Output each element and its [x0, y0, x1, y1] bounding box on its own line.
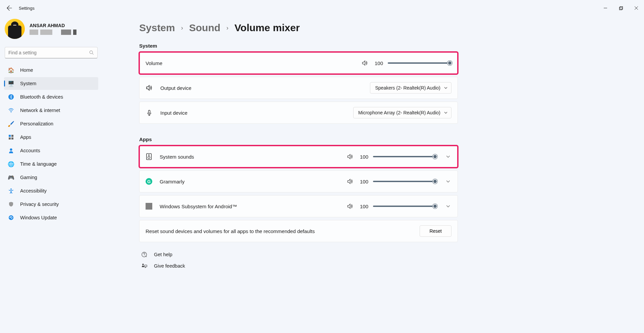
- output-device-dropdown[interactable]: Speakers (2- Realtek(R) Audio): [370, 82, 451, 94]
- app-label: Grammarly: [160, 179, 347, 184]
- accessibility-icon: [8, 188, 14, 194]
- close-button[interactable]: [629, 3, 644, 13]
- app-wsa-card: Windows Subsystem for Android™ 100: [139, 195, 458, 217]
- wifi-icon: [8, 107, 14, 113]
- app-volume-value: 100: [358, 154, 368, 160]
- nav-label: Network & internet: [20, 108, 60, 113]
- chevron-down-icon[interactable]: [445, 179, 451, 184]
- input-device-dropdown[interactable]: Microphone Array (2- Realtek(R) Audio): [353, 107, 451, 118]
- volume-card: Volume 100: [139, 52, 458, 74]
- slider-thumb[interactable]: [433, 154, 437, 159]
- svg-point-17: [148, 157, 150, 159]
- apps-icon: [8, 134, 14, 140]
- slider-thumb[interactable]: [433, 204, 437, 209]
- get-help-link[interactable]: Get help: [139, 252, 458, 258]
- device-speaker-icon: [146, 153, 152, 160]
- volume-slider[interactable]: [388, 62, 451, 64]
- app-label: System sounds: [160, 154, 347, 160]
- nav-gaming[interactable]: 🎮Gaming: [4, 171, 98, 184]
- nav-label: Gaming: [20, 175, 37, 180]
- feedback-label: Give feedback: [154, 263, 185, 269]
- app-volume-value: 100: [358, 204, 368, 209]
- app-volume-value: 100: [358, 179, 368, 184]
- svg-line-4: [92, 53, 94, 55]
- user-block[interactable]: ANSAR AHMAD: [4, 16, 98, 47]
- microphone-icon: [146, 109, 153, 116]
- svg-point-16: [149, 155, 150, 156]
- reset-label: Reset sound devices and volumes for all …: [146, 228, 420, 234]
- nav-system[interactable]: 🖥️System: [4, 77, 98, 90]
- nav-label: Time & language: [20, 161, 57, 167]
- volume-label: Volume: [146, 60, 362, 66]
- volume-value: 100: [373, 60, 383, 66]
- back-button[interactable]: [5, 4, 13, 12]
- maximize-button[interactable]: [613, 3, 629, 13]
- give-feedback-link[interactable]: Give feedback: [139, 263, 458, 269]
- speaker-icon: [146, 84, 153, 92]
- page-title: Volume mixer: [234, 22, 300, 34]
- nav-label: Home: [20, 67, 33, 73]
- app-label: Windows Subsystem for Android™: [160, 204, 347, 209]
- gamepad-icon: 🎮: [8, 174, 14, 180]
- user-email-redacted: [30, 30, 76, 35]
- arrow-left-icon: [7, 5, 12, 11]
- input-device-card: Input device Microphone Array (2- Realte…: [139, 102, 458, 124]
- chevron-right-icon: ›: [181, 24, 183, 32]
- svg-point-19: [144, 256, 144, 256]
- reset-button[interactable]: Reset: [420, 225, 451, 237]
- nav-apps[interactable]: Apps: [4, 131, 98, 144]
- speaker-icon[interactable]: [347, 153, 354, 160]
- nav-label: Bluetooth & devices: [20, 94, 63, 100]
- user-name: ANSAR AHMAD: [30, 23, 76, 28]
- section-apps-label: Apps: [139, 136, 458, 142]
- nav-update[interactable]: Windows Update: [4, 211, 98, 224]
- breadcrumb-sound[interactable]: Sound: [189, 22, 220, 34]
- svg-rect-8: [11, 135, 13, 137]
- app-volume-slider[interactable]: [373, 156, 437, 157]
- chevron-down-icon[interactable]: [445, 204, 451, 209]
- globe-clock-icon: 🌐: [8, 161, 14, 167]
- nav-label: Accessibility: [20, 188, 47, 193]
- app-grammarly-card: G Grammarly 100: [139, 170, 458, 192]
- svg-rect-14: [149, 110, 150, 113]
- app-volume-slider[interactable]: [373, 181, 437, 182]
- search-field[interactable]: [8, 50, 89, 55]
- nav-accounts[interactable]: Accounts: [4, 144, 98, 157]
- svg-point-11: [10, 149, 12, 151]
- chevron-down-icon: [444, 86, 448, 90]
- input-selected: Microphone Array (2- Realtek(R) Audio): [358, 110, 440, 115]
- titlebar: Settings: [0, 0, 644, 16]
- wsa-icon: [146, 203, 152, 210]
- nav-privacy[interactable]: Privacy & security: [4, 198, 98, 211]
- search-icon: [89, 50, 94, 55]
- nav-label: Personalization: [20, 121, 53, 126]
- nav-network[interactable]: Network & internet: [4, 104, 98, 117]
- svg-point-20: [142, 264, 144, 265]
- output-device-card: Output device Speakers (2- Realtek(R) Au…: [139, 77, 458, 99]
- speaker-icon[interactable]: [347, 178, 354, 185]
- breadcrumb-system[interactable]: System: [139, 22, 175, 34]
- speaker-icon[interactable]: [347, 203, 354, 210]
- nav-home[interactable]: 🏠Home: [4, 64, 98, 76]
- app-volume-slider[interactable]: [373, 206, 437, 207]
- section-system-label: System: [139, 43, 458, 49]
- help-label: Get help: [154, 252, 172, 257]
- nav-label: Privacy & security: [20, 202, 59, 207]
- nav-accessibility[interactable]: Accessibility: [4, 184, 98, 197]
- speaker-icon[interactable]: [362, 59, 368, 67]
- sidebar: ANSAR AHMAD 🏠Home 🖥️System Bluetooth & d…: [0, 16, 102, 333]
- slider-thumb[interactable]: [433, 179, 437, 184]
- nav-personalization[interactable]: 🖌️Personalization: [4, 117, 98, 130]
- nav-bluetooth[interactable]: Bluetooth & devices: [4, 91, 98, 103]
- nav-time[interactable]: 🌐Time & language: [4, 158, 98, 170]
- app-system-sounds-card: System sounds 100: [139, 146, 458, 168]
- slider-thumb[interactable]: [447, 61, 452, 65]
- svg-rect-7: [9, 135, 11, 137]
- reset-card: Reset sound devices and volumes for all …: [139, 220, 458, 242]
- chevron-right-icon: ›: [226, 24, 228, 32]
- help-icon: [141, 252, 147, 258]
- nav-label: Apps: [20, 134, 31, 140]
- search-input[interactable]: [5, 47, 98, 58]
- chevron-down-icon[interactable]: [445, 154, 451, 159]
- minimize-button[interactable]: [598, 3, 613, 13]
